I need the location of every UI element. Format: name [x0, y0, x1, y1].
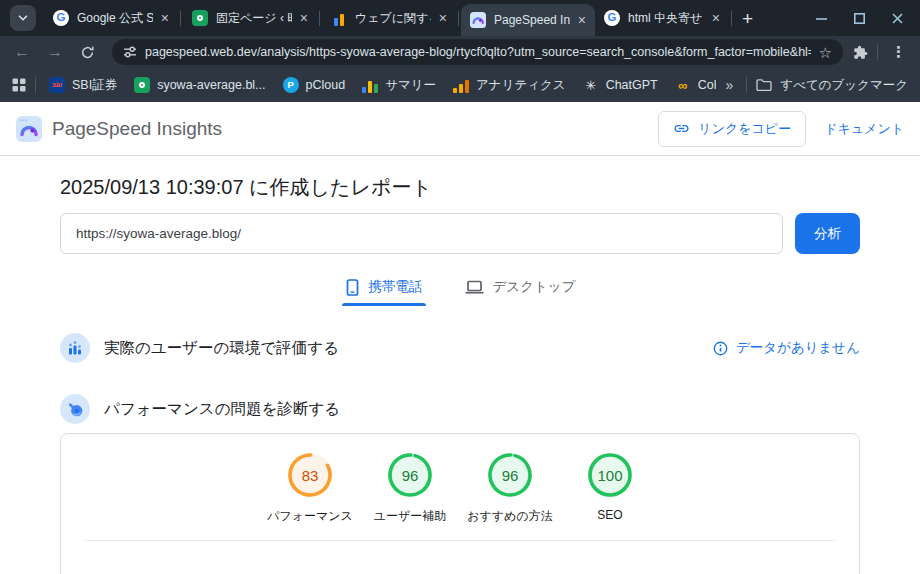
tab-separator [731, 11, 732, 26]
bookmark-item[interactable]: サマリー [362, 77, 436, 94]
gauge-ring: 100 [586, 451, 634, 499]
url-text: pagespeed.web.dev/analysis/https-syowa-a… [145, 45, 811, 59]
tab-title: ウェブに関する主 [355, 10, 431, 27]
field-section-title: 実際のユーザーの環境で評価する [104, 338, 339, 359]
browser-tab[interactable]: PageSpeed Insights× [461, 4, 595, 36]
back-button[interactable]: ← [14, 44, 30, 60]
phone-icon [345, 279, 360, 296]
tab-close-icon[interactable]: × [161, 11, 169, 25]
tabs-container: GGoogle 公式 SEO×固定ページ ‹ 昭和×ウェブに関する主×PageS… [44, 0, 734, 36]
tab-close-icon[interactable]: × [300, 11, 308, 25]
tab-close-icon[interactable]: × [578, 13, 586, 27]
bookmark-label: サマリー [385, 77, 436, 94]
bookmarks-overflow-chevron[interactable]: » [726, 77, 734, 93]
copy-link-label: リンクをコピー [698, 120, 791, 138]
forward-button[interactable]: → [47, 44, 63, 60]
bookmark-item[interactable]: アナリティクス [453, 77, 566, 94]
bookmark-item[interactable]: PpCloud [283, 77, 346, 93]
window-close-button[interactable] [891, 12, 904, 25]
bookmark-item[interactable]: syowa-average.bl... [134, 77, 265, 93]
window-minimize-button[interactable] [815, 12, 828, 25]
sbi-favicon: SBI [49, 77, 65, 93]
tab-title: 固定ページ ‹ 昭和 [216, 10, 292, 27]
bookmark-label: SBI証券 [72, 77, 117, 94]
card-divider [85, 540, 835, 541]
bookmark-label: ChatGPT [606, 78, 658, 92]
laptop-icon [465, 279, 484, 295]
app-title: PageSpeed Insights [52, 118, 222, 140]
gauge-ring: 96 [386, 451, 434, 499]
docs-link[interactable]: ドキュメント [824, 120, 904, 138]
bookmarks-list: SBISBI証券syowa-average.bl...PpCloudサマリーアナ… [49, 77, 716, 94]
window-maximize-button[interactable] [853, 12, 866, 25]
tab-separator [180, 11, 181, 26]
bookmark-item[interactable]: SBISBI証券 [49, 77, 117, 94]
tab-separator [319, 11, 320, 26]
tab-close-icon[interactable]: × [712, 11, 720, 25]
star-icon[interactable]: ☆ [819, 45, 832, 60]
google-favicon: G [53, 10, 69, 26]
diagnose-section-title: パフォーマンスの問題を診断する [104, 399, 340, 420]
browser-tab[interactable]: GGoogle 公式 SEO× [44, 0, 178, 36]
tab-separator [458, 11, 459, 26]
pagespeed-header: PageSpeed Insights リンクをコピー ドキュメント [0, 102, 920, 156]
tab-close-icon[interactable]: × [439, 11, 447, 25]
score-gauge[interactable]: 100 SEO [560, 451, 660, 525]
field-data-section: 実際のユーザーの環境で評価する データがありません [60, 333, 860, 363]
bookmark-label: Colaboratory [698, 78, 716, 92]
no-data-indicator[interactable]: データがありません [713, 339, 860, 357]
analyze-url-input[interactable] [60, 213, 783, 254]
site-favicon [134, 77, 150, 93]
device-tab-desktop[interactable]: デスクトップ [462, 273, 579, 306]
no-data-label: データがありません [736, 339, 860, 357]
bookmark-label: pCloud [306, 78, 346, 92]
bookmark-item[interactable]: ✳ChatGPT [583, 77, 658, 93]
device-tab-mobile[interactable]: 携帯電話 [342, 273, 426, 306]
browser-tab[interactable]: Ghtml 中央寄せ - Go× [595, 0, 729, 36]
tune-icon[interactable] [123, 45, 137, 59]
folder-icon [756, 78, 772, 92]
device-tab-label: 携帯電話 [369, 278, 423, 296]
score-gauge[interactable]: 96 ユーザー補助 [360, 451, 460, 525]
address-bar[interactable]: pagespeed.web.dev/analysis/https-syowa-a… [112, 39, 843, 65]
new-tab-button[interactable]: + [742, 9, 753, 28]
score-gauge[interactable]: 96 おすすめの方法 [460, 451, 560, 525]
search-console-favicon [331, 10, 347, 26]
bookmark-label: アナリティクス [476, 77, 566, 94]
reload-button[interactable] [80, 45, 95, 60]
score-gauges: 83 パフォーマンス 96 ユーザー補助 96 おすすめの方法 100 SEO [61, 434, 859, 525]
kebab-menu-icon[interactable]: ⋮ [887, 43, 910, 61]
browser-tab[interactable]: 固定ページ ‹ 昭和× [183, 0, 317, 36]
tab-strip: GGoogle 公式 SEO×固定ページ ‹ 昭和×ウェブに関する主×PageS… [0, 0, 920, 36]
svg-text:96: 96 [402, 467, 419, 484]
gauge-ring: 96 [486, 451, 534, 499]
bookmarks-divider [35, 77, 36, 93]
copy-link-button[interactable]: リンクをコピー [658, 111, 806, 147]
puzzle-icon[interactable] [853, 45, 868, 60]
bookmark-item[interactable]: ∞Colaboratory [675, 77, 716, 93]
score-label: SEO [597, 508, 622, 522]
all-bookmarks-label: すべてのブックマーク [780, 77, 908, 94]
link-icon [673, 120, 690, 137]
gauge-ring: 83 [286, 451, 334, 499]
analytics-favicon [453, 77, 469, 93]
score-gauge[interactable]: 83 パフォーマンス [260, 451, 360, 525]
summary-chart-favicon [362, 77, 378, 93]
score-label: ユーザー補助 [374, 508, 447, 525]
apps-grid-icon[interactable] [12, 78, 26, 92]
pcloud-favicon: P [283, 77, 299, 93]
svg-text:96: 96 [502, 467, 519, 484]
reload-icon [80, 45, 95, 60]
chatgpt-favicon: ✳ [583, 77, 599, 93]
tab-search-button[interactable] [10, 5, 36, 31]
header-actions: リンクをコピー ドキュメント [658, 111, 904, 147]
all-bookmarks-button[interactable]: すべてのブックマーク [756, 77, 908, 94]
browser-tab[interactable]: ウェブに関する主× [322, 0, 456, 36]
bookmark-label: syowa-average.bl... [157, 78, 265, 92]
google-favicon: G [604, 10, 620, 26]
analyze-button[interactable]: 分析 [795, 213, 860, 254]
bookmarks-bar: SBISBI証券syowa-average.bl...PpCloudサマリーアナ… [0, 68, 920, 102]
lab-report-card: 83 パフォーマンス 96 ユーザー補助 96 おすすめの方法 100 SEO [60, 433, 860, 574]
main-content: 2025/09/13 10:39:07 に作成したレポート 分析 携帯電話デスク… [0, 157, 920, 574]
tab-title: PageSpeed Insights [494, 13, 570, 27]
